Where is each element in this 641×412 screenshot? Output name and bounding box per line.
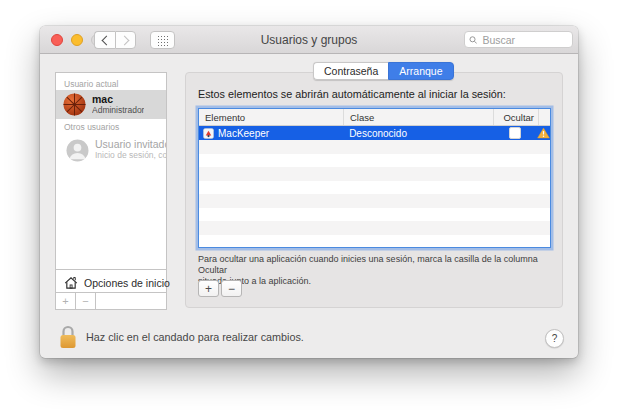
table-empty-row xyxy=(199,208,550,222)
table-empty-row xyxy=(199,221,550,235)
login-items-table[interactable]: Elemento Clase Ocultar MacKeeper De xyxy=(198,108,551,248)
users-groups-window: Usuarios y grupos Usuario actual xyxy=(40,26,578,358)
table-empty-row xyxy=(199,140,550,154)
help-button[interactable]: ? xyxy=(545,329,564,348)
sidebar-remove-user-button[interactable]: − xyxy=(76,293,96,309)
login-options-label: Opciones de inicio xyxy=(84,277,170,289)
section-label-other-users: Otros usuarios xyxy=(64,122,119,132)
tab-bar: Contraseña Arranque xyxy=(313,62,454,80)
login-items-panel: Estos elementos se abrirán automáticamen… xyxy=(185,72,563,308)
search-field[interactable] xyxy=(464,31,573,48)
search-icon xyxy=(469,35,477,45)
titlebar: Usuarios y grupos xyxy=(40,26,578,54)
table-empty-row xyxy=(199,235,550,249)
ocultar-checkbox[interactable] xyxy=(509,127,521,139)
sidebar-add-remove-bar: + − xyxy=(56,292,166,309)
home-icon xyxy=(63,275,79,291)
column-header-elemento[interactable]: Elemento xyxy=(199,109,344,125)
table-empty-row xyxy=(199,154,550,168)
warning-icon xyxy=(537,127,550,139)
table-empty-row xyxy=(199,181,550,195)
search-input[interactable] xyxy=(480,33,568,47)
current-user-name: mac xyxy=(92,94,144,105)
current-user-role: Administrador xyxy=(92,105,144,116)
guest-user-subtitle: Inicio de sesión, com… xyxy=(95,150,166,161)
ocultar-hint-text: Para ocultar una aplicación cuando inici… xyxy=(198,254,560,287)
sidebar-item-guest-user[interactable]: Usuario invitado Inicio de sesión, com… xyxy=(56,134,166,166)
guest-avatar xyxy=(66,139,89,162)
add-login-item-button[interactable]: + xyxy=(198,280,219,297)
tab-contrasena[interactable]: Contraseña xyxy=(313,62,388,80)
column-header-warning xyxy=(539,109,550,125)
sidebar: Usuario actual mac Administrador xyxy=(55,72,167,310)
column-header-clase[interactable]: Clase xyxy=(344,109,494,125)
login-items-description: Estos elementos se abrirán automáticamen… xyxy=(198,88,506,100)
guest-user-name: Usuario invitado xyxy=(95,139,166,150)
table-header: Elemento Clase Ocultar xyxy=(199,109,550,126)
row-clase-label: Desconocido xyxy=(349,128,407,139)
row-element-label: MacKeeper xyxy=(218,128,269,139)
tab-arranque[interactable]: Arranque xyxy=(388,62,453,80)
lock-icon[interactable] xyxy=(57,323,79,354)
basketball-avatar xyxy=(63,93,86,116)
column-header-ocultar[interactable]: Ocultar xyxy=(494,109,539,125)
sidebar-add-user-button[interactable]: + xyxy=(56,293,76,309)
remove-login-item-button[interactable]: − xyxy=(221,280,242,297)
login-items-add-remove: + − xyxy=(198,280,242,297)
table-empty-row xyxy=(199,167,550,181)
mackeeper-app-icon xyxy=(203,128,214,139)
lock-hint-text: Haz clic en el candado para realizar cam… xyxy=(86,331,304,343)
table-row-mackeeper[interactable]: MacKeeper Desconocido xyxy=(199,126,550,140)
desktop-background: Usuarios y grupos Usuario actual xyxy=(0,0,641,412)
sidebar-item-current-user[interactable]: mac Administrador xyxy=(56,90,166,119)
section-label-current-user: Usuario actual xyxy=(64,79,118,89)
table-empty-row xyxy=(199,194,550,208)
